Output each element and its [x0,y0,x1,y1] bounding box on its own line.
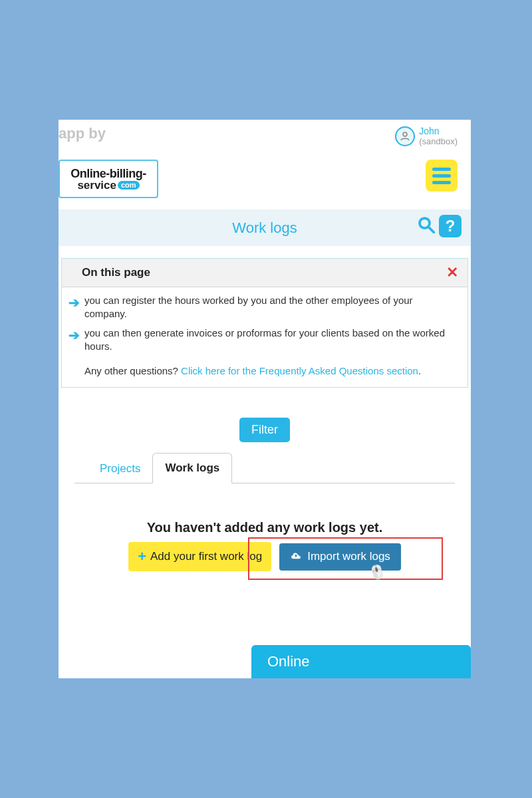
chat-status-label: Online [267,653,310,670]
app-by-label: app by [59,125,106,142]
help-button[interactable]: ? [439,215,462,237]
import-work-logs-button[interactable]: Import work logs [279,543,401,571]
empty-state: You haven't added any work logs yet. + A… [59,520,471,571]
tab-work-logs[interactable]: Work logs [152,453,232,483]
faq-prefix: Any other questions? [84,365,181,376]
info-header-title: On this page [82,266,150,279]
filter-button[interactable]: Filter [239,418,290,442]
cloud-upload-icon [290,549,302,565]
add-work-log-label: Add your first work log [150,550,262,563]
hamburger-line-icon [432,181,451,184]
filter-wrap: Filter [59,418,471,442]
info-header: On this page ✕ [62,259,467,287]
faq-suffix: . [418,365,421,376]
page-title-bar: Work logs ? [59,209,471,246]
hamburger-line-icon [432,168,451,171]
tab-projects[interactable]: Projects [88,454,152,483]
svg-point-0 [403,132,407,136]
top-bar: app by John (sandbox) [59,120,471,160]
info-panel: On this page ✕ ➔ you can register the ho… [61,258,468,388]
info-item: ➔ you can register the hours worked by y… [68,294,456,321]
add-work-log-button[interactable]: + Add your first work log [128,542,271,571]
search-icon[interactable] [416,215,436,237]
logo-line1: Online-billing- [70,168,146,180]
import-work-logs-label: Import work logs [307,550,390,563]
svg-line-2 [429,227,434,233]
page-title: Work logs [232,219,297,237]
tabs: Projects Work logs [74,452,455,483]
empty-actions: + Add your first work log Import work lo… [59,542,471,571]
hamburger-menu-button[interactable] [426,160,458,192]
logo-line2: service com [77,180,139,191]
plus-icon: + [138,548,146,565]
question-icon: ? [446,217,456,235]
app-window: app by John (sandbox) Online-billing- se… [59,120,471,678]
logo-row: Online-billing- service com [59,160,471,209]
info-item: ➔ you can then generate invoices or prof… [68,327,456,354]
faq-line: Any other questions? Click here for the … [68,365,456,376]
hamburger-line-icon [432,174,451,178]
info-body: ➔ you can register the hours worked by y… [62,287,467,387]
arrow-right-icon: ➔ [68,327,80,354]
title-actions: ? [416,215,462,237]
faq-link[interactable]: Click here for the Frequently Asked Ques… [181,365,418,376]
avatar-icon [395,126,415,146]
user-text: John (sandbox) [419,126,458,146]
brand-logo[interactable]: Online-billing- service com [59,160,158,198]
user-name: John [419,126,458,136]
logo-badge: com [118,181,140,190]
chat-widget[interactable]: Online [251,645,471,678]
close-icon[interactable]: ✕ [446,264,458,281]
info-item-text: you can then generate invoices or profor… [84,327,456,354]
empty-title: You haven't added any work logs yet. [59,520,471,535]
user-menu[interactable]: John (sandbox) [395,126,458,146]
arrow-right-icon: ➔ [68,294,80,321]
info-item-text: you can register the hours worked by you… [84,294,456,321]
user-context: (sandbox) [419,137,458,146]
